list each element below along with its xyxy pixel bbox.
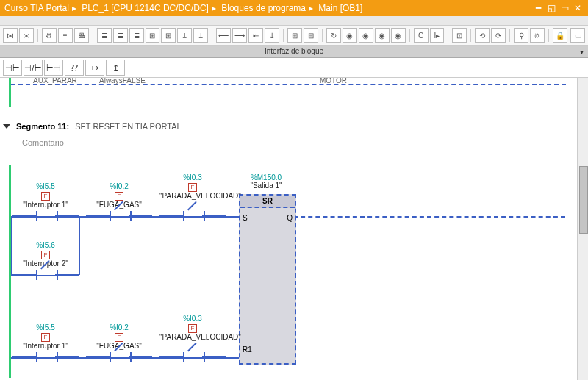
tool-button[interactable]: ⟲	[475, 28, 490, 43]
sr-block[interactable]: SR S Q R1	[239, 194, 296, 365]
tool-button[interactable]: ±	[193, 28, 208, 43]
contact-interruptor1-b[interactable]: %I5.5 F "Interruptor 1"	[12, 323, 79, 364]
scroll-thumb[interactable]	[579, 166, 588, 234]
sr-symbol: "Salida 1"	[239, 182, 293, 190]
tool-button[interactable]: ⟵	[216, 28, 231, 43]
tool-button[interactable]: ⤓	[265, 28, 279, 43]
chevron-down-icon[interactable]: ▾	[580, 46, 584, 58]
tool-button[interactable]: C	[414, 28, 429, 43]
tool-button[interactable]: ▭	[570, 28, 585, 43]
ladder-tool[interactable]: ↥	[106, 60, 125, 76]
tool-button[interactable]: ⇤	[248, 28, 263, 43]
main-toolbar: ⋈ ⋈ ⚙ ≡ 🖶 ≣ ≣ ≣ ⊞ ⊞ ± ± ⟵ ⟶ ⇤ ⤓ ⊞ ⊟ ↻ ◉ …	[0, 26, 588, 46]
ladder-tool[interactable]: ↦	[85, 60, 104, 76]
sub-bar	[0, 16, 588, 26]
interface-bar[interactable]: Interfaz de bloque ▾	[0, 46, 588, 58]
tool-button[interactable]: ≣	[97, 28, 112, 43]
tool-button[interactable]: ⛭	[530, 28, 545, 43]
contact-parada-velocidad-b[interactable]: %I0.3 F "PARADA_VELOCIDAD"	[159, 315, 226, 364]
tool-button[interactable]: ⊞	[287, 28, 302, 43]
tool-button[interactable]: ◉	[343, 28, 357, 43]
segment-title[interactable]: SET RESET EN TIA PORTAL	[75, 122, 181, 131]
tool-button[interactable]: ≡	[58, 28, 73, 43]
contact-interruptor2[interactable]: %I5.6 F "Interruptor 2"	[12, 241, 79, 282]
maximize-icon[interactable]: ▭	[559, 3, 570, 13]
contact-fuga-gas-b[interactable]: %I0.2 F "FUGA_GAS"	[86, 323, 152, 364]
tool-button[interactable]: 🔒	[553, 28, 567, 43]
tool-button[interactable]: ⊡	[452, 28, 467, 43]
ladder-tool[interactable]: ⁇	[65, 60, 84, 76]
ladder-tool[interactable]: ⊣/⊢	[24, 60, 43, 76]
tool-button[interactable]: ⟳	[491, 28, 506, 43]
port-q: Q	[287, 214, 293, 222]
port-s: S	[243, 214, 248, 222]
close-icon[interactable]: ✕	[572, 3, 584, 13]
ladder-tool[interactable]: ⊣⊢	[3, 60, 22, 76]
tool-button[interactable]: ◉	[391, 28, 406, 43]
contact-parada-velocidad[interactable]: %I0.3 F "PARADA_VELOCIDAD"	[159, 173, 226, 223]
tool-button[interactable]: ⚙	[42, 28, 57, 43]
sr-address: %M150.0	[239, 173, 293, 182]
ladder-editor[interactable]: AUX_PARAR AlwaysFALSE MOTOR Segmento 11:…	[0, 78, 588, 380]
tool-button[interactable]: ◉	[359, 28, 373, 43]
tool-button[interactable]: ⊞	[161, 28, 176, 43]
prev-node: AlwaysFALSE	[99, 78, 146, 85]
minimize-icon[interactable]: ━	[532, 3, 544, 13]
tool-button[interactable]: ±	[177, 28, 192, 43]
ladder-toolbar: ⊣⊢ ⊣/⊢ ⊢⊣ ⁇ ↦ ↥	[0, 58, 588, 78]
contact-interruptor1[interactable]: %I5.5 F "Interruptor 1"	[12, 182, 79, 223]
tool-button[interactable]: I▸	[430, 28, 445, 43]
tool-button[interactable]: ⟶	[232, 28, 247, 43]
tool-button[interactable]: ⊟	[304, 28, 318, 43]
tool-button[interactable]: ⋈	[19, 28, 34, 43]
segment-number: Segmento 11:	[16, 122, 69, 131]
collapse-icon[interactable]	[3, 124, 10, 129]
vertical-scrollbar[interactable]	[577, 78, 588, 380]
tool-button[interactable]: ◉	[375, 28, 390, 43]
breadcrumb: Curso TIA Portal▸ PLC_1 [CPU 1214C DC/DC…	[4, 3, 532, 13]
segment-comment[interactable]: Comentario	[22, 138, 64, 147]
sr-title: SR	[240, 196, 295, 208]
tool-button[interactable]: ≣	[113, 28, 128, 43]
tool-button[interactable]: ⋈	[3, 28, 18, 43]
contact-fuga-gas[interactable]: %I0.2 F "FUGA_GAS"	[86, 182, 152, 223]
tool-button[interactable]: ⊞	[146, 28, 160, 43]
ladder-tool[interactable]: ⊢⊣	[44, 60, 63, 76]
port-r1: R1	[243, 345, 252, 354]
tool-button[interactable]: 🖶	[74, 28, 89, 43]
tool-button[interactable]: ↻	[326, 28, 341, 43]
title-bar: Curso TIA Portal▸ PLC_1 [CPU 1214C DC/DC…	[0, 0, 588, 16]
prev-node: MOTOR	[320, 78, 347, 85]
tool-button[interactable]: ≣	[129, 28, 144, 43]
restore-icon[interactable]: ◱	[545, 3, 557, 13]
tool-button[interactable]: ⚲	[514, 28, 528, 43]
prev-node: AUX_PARAR	[33, 78, 77, 85]
